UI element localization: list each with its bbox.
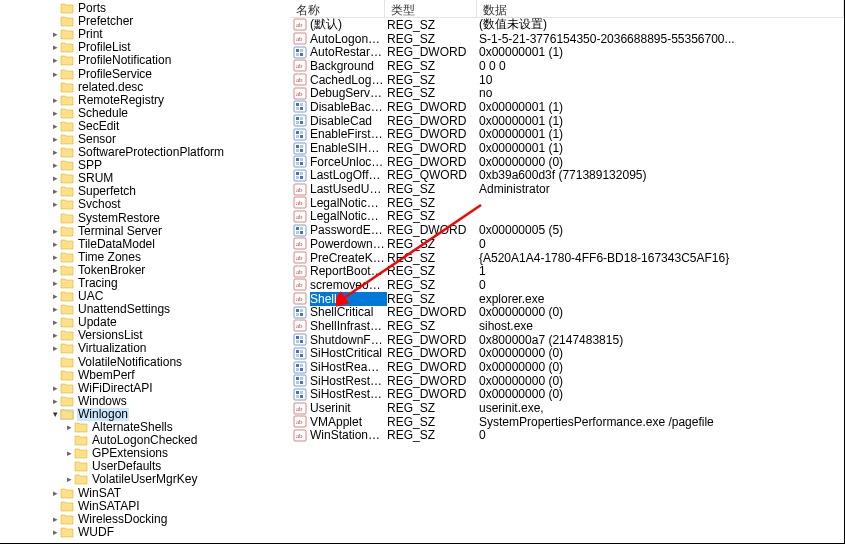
chevron-right-icon[interactable]: ▸: [50, 120, 60, 133]
list-row[interactable]: PreCreateKnow...REG_SZ{A520A1A4-1780-4FF…: [290, 251, 844, 265]
tree-item[interactable]: ▸TokenBroker: [6, 264, 290, 277]
list-row[interactable]: SiHostRestartTi...REG_DWORD0x00000000 (0…: [290, 388, 844, 402]
tree-item[interactable]: ▸RemoteRegistry: [6, 94, 290, 107]
tree-item[interactable]: ▸WUDF: [6, 526, 290, 539]
tree-item[interactable]: ▸Update: [6, 316, 290, 329]
chevron-right-icon[interactable]: ▸: [50, 225, 60, 238]
chevron-right-icon[interactable]: ▸: [50, 28, 60, 41]
list-row[interactable]: WinStationsDis...REG_SZ0: [290, 429, 844, 443]
tree-item[interactable]: ▸Superfetch: [6, 185, 290, 198]
tree-item[interactable]: ▸ProfileNotification: [6, 54, 290, 67]
tree-item[interactable]: SystemRestore: [6, 212, 290, 225]
tree-item[interactable]: ▸SPP: [6, 159, 290, 172]
tree-item[interactable]: ▸Time Zones: [6, 251, 290, 264]
tree-item[interactable]: ▸UAC: [6, 290, 290, 303]
tree-item[interactable]: ▾Winlogon: [6, 408, 290, 421]
list-row[interactable]: DebugServerCo...REG_SZno: [290, 86, 844, 100]
chevron-right-icon[interactable]: ▸: [50, 107, 60, 120]
list-row[interactable]: AutoLogonSIDREG_SZS-1-5-21-3776154350-20…: [290, 32, 844, 46]
tree-item[interactable]: ▸Virtualization: [6, 342, 290, 355]
list-row[interactable]: BackgroundREG_SZ0 0 0: [290, 59, 844, 73]
chevron-right-icon[interactable]: ▸: [50, 316, 60, 329]
chevron-right-icon[interactable]: ▸: [64, 447, 74, 460]
col-header-data[interactable]: 数据: [477, 0, 844, 17]
list-row[interactable]: CachedLogons...REG_SZ10: [290, 73, 844, 87]
tree-item[interactable]: ▸SoftwareProtectionPlatform: [6, 146, 290, 159]
chevron-right-icon[interactable]: ▸: [50, 277, 60, 290]
list-row[interactable]: VMAppletREG_SZSystemPropertiesPerformanc…: [290, 415, 844, 429]
tree-item[interactable]: ▸Windows: [6, 395, 290, 408]
tree-item[interactable]: ▸Tracing: [6, 277, 290, 290]
tree-item[interactable]: ▸GPExtensions: [6, 447, 290, 460]
tree-item[interactable]: WbemPerf: [6, 369, 290, 382]
tree-item[interactable]: ▸VolatileUserMgrKey: [6, 473, 290, 486]
list-row[interactable]: LastUsedUsern...REG_SZAdministrator: [290, 182, 844, 196]
col-header-name[interactable]: 名称: [290, 0, 385, 17]
chevron-right-icon[interactable]: ▸: [50, 395, 60, 408]
list-row[interactable]: ForceUnlockLo...REG_DWORD0x00000000 (0): [290, 155, 844, 169]
chevron-right-icon[interactable]: ▸: [50, 94, 60, 107]
tree-item[interactable]: ▸VersionsList: [6, 329, 290, 342]
col-header-type[interactable]: 类型: [385, 0, 477, 17]
chevron-right-icon[interactable]: ▸: [50, 513, 60, 526]
list-row[interactable]: LegalNoticeTextREG_SZ: [290, 210, 844, 224]
tree-item[interactable]: ▸WiFiDirectAPI: [6, 382, 290, 395]
tree-item[interactable]: ▸ProfileList: [6, 41, 290, 54]
chevron-right-icon[interactable]: ▸: [50, 303, 60, 316]
tree-item[interactable]: related.desc: [6, 81, 290, 94]
chevron-right-icon[interactable]: ▸: [50, 526, 60, 539]
tree-item[interactable]: ▸UnattendSettings: [6, 303, 290, 316]
tree-item[interactable]: ▸SRUM: [6, 172, 290, 185]
tree-item[interactable]: ▸Terminal Server: [6, 225, 290, 238]
list-row[interactable]: EnableFirstLogo...REG_DWORD0x00000001 (1…: [290, 128, 844, 142]
tree-item[interactable]: ▸TileDataModel: [6, 238, 290, 251]
list-row[interactable]: PowerdownAfte...REG_SZ0: [290, 237, 844, 251]
list-row[interactable]: scremoveoptionREG_SZ0: [290, 278, 844, 292]
tree-item[interactable]: Ports: [6, 2, 290, 15]
tree-item[interactable]: Prefetcher: [6, 15, 290, 28]
list-row[interactable]: SiHostReadyTi...REG_DWORD0x00000000 (0): [290, 360, 844, 374]
tree-item[interactable]: ▸WirelessDocking: [6, 513, 290, 526]
list-row[interactable]: AutoRestartShellREG_DWORD0x00000001 (1): [290, 45, 844, 59]
registry-tree[interactable]: PortsPrefetcher▸Print▸ProfileList▸Profil…: [0, 0, 290, 543]
tree-item[interactable]: VolatileNotifications: [6, 356, 290, 369]
tree-item[interactable]: ▸SecEdit: [6, 120, 290, 133]
chevron-right-icon[interactable]: ▸: [50, 146, 60, 159]
list-row[interactable]: LastLogOffEndT...REG_QWORD0xb39a600d3f (…: [290, 169, 844, 183]
chevron-right-icon[interactable]: ▸: [50, 329, 60, 342]
chevron-right-icon[interactable]: ▸: [50, 133, 60, 146]
list-row[interactable]: ShellREG_SZexplorer.exe: [290, 292, 844, 306]
chevron-right-icon[interactable]: ▸: [50, 54, 60, 67]
list-row[interactable]: DisableCadREG_DWORD0x00000001 (1): [290, 114, 844, 128]
value-list[interactable]: (默认)REG_SZ(数值未设置)AutoLogonSIDREG_SZS-1-5…: [290, 18, 844, 442]
tree-item[interactable]: ▸Sensor: [6, 133, 290, 146]
chevron-right-icon[interactable]: ▸: [50, 342, 60, 355]
tree-item[interactable]: ▸Print: [6, 28, 290, 41]
list-row[interactable]: ShutdownFlagsREG_DWORD0x800000a7 (214748…: [290, 333, 844, 347]
list-row[interactable]: PasswordExpiry...REG_DWORD0x00000005 (5): [290, 223, 844, 237]
chevron-right-icon[interactable]: ▸: [50, 185, 60, 198]
chevron-right-icon[interactable]: ▸: [50, 41, 60, 54]
tree-item[interactable]: ▸Svchost: [6, 198, 290, 211]
list-row[interactable]: ShellCriticalREG_DWORD0x00000000 (0): [290, 305, 844, 319]
chevron-right-icon[interactable]: ▸: [50, 290, 60, 303]
list-row[interactable]: UserinitREG_SZuserinit.exe,: [290, 401, 844, 415]
chevron-right-icon[interactable]: ▸: [50, 198, 60, 211]
tree-item[interactable]: UserDefaults: [6, 460, 290, 473]
chevron-right-icon[interactable]: ▸: [50, 382, 60, 395]
list-row[interactable]: LegalNoticeCap...REG_SZ: [290, 196, 844, 210]
tree-item[interactable]: ▸Schedule: [6, 107, 290, 120]
list-row[interactable]: ReportBootOkREG_SZ1: [290, 264, 844, 278]
chevron-right-icon[interactable]: ▸: [50, 238, 60, 251]
tree-item[interactable]: ▸WinSAT: [6, 486, 290, 499]
tree-item[interactable]: WinSATAPI: [6, 500, 290, 513]
chevron-right-icon[interactable]: ▸: [50, 264, 60, 277]
tree-item[interactable]: ▸AlternateShells: [6, 421, 290, 434]
chevron-right-icon[interactable]: ▸: [64, 421, 74, 434]
chevron-right-icon[interactable]: ▸: [50, 172, 60, 185]
tree-item[interactable]: ▸ProfileService: [6, 67, 290, 80]
list-row[interactable]: SiHostRestartC...REG_DWORD0x00000000 (0): [290, 374, 844, 388]
list-row[interactable]: EnableSIHostIn...REG_DWORD0x00000001 (1): [290, 141, 844, 155]
chevron-right-icon[interactable]: ▸: [50, 487, 60, 500]
chevron-down-icon[interactable]: ▾: [50, 408, 60, 421]
